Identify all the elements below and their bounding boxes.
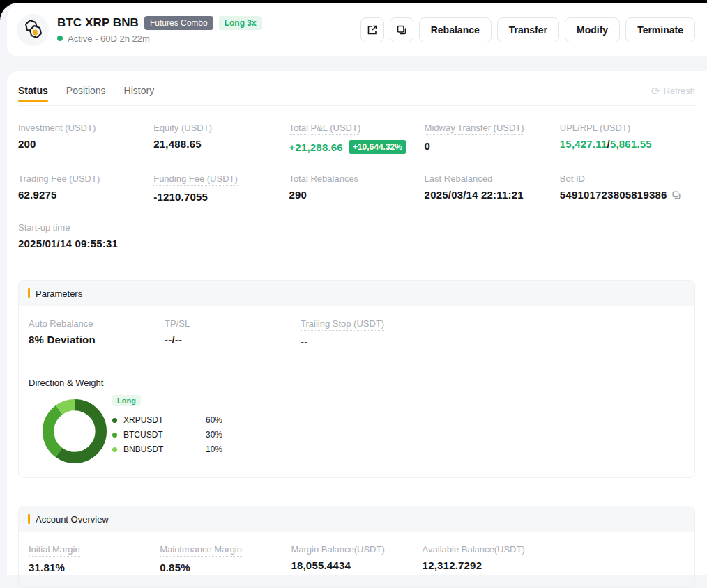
- bot-status: Active - 60D 2h 22m: [57, 33, 262, 44]
- section-accent-bar: [28, 514, 30, 524]
- stat-midway-transfer: Midway Transfer (USDT) 0: [425, 123, 560, 154]
- stat-label: Start-up time: [18, 222, 70, 233]
- legend-side-badge: Long: [112, 395, 141, 406]
- parameters-grid: Auto Rebalance 8% Deviation TP/SL --/-- …: [19, 306, 694, 362]
- stat-label-tooltip: Funding Fee (USDT): [153, 173, 238, 186]
- stat-total-rebalances: Total Rebalances 290: [289, 173, 424, 203]
- stat-value: 2025/01/14 09:55:31: [18, 238, 153, 249]
- bot-title: BTC XRP BNB: [57, 16, 139, 30]
- bot-id-value: 549101723805819386: [560, 189, 667, 201]
- stat-bot-id: Bot ID 549101723805819386: [560, 173, 695, 203]
- pnl-percent-badge: +10,644.32%: [349, 140, 406, 154]
- stat-total-pnl: Total P&L (USDT) +21,288.66 +10,644.32%: [289, 123, 424, 154]
- account-label-tooltip: Initial Margin: [29, 544, 80, 557]
- stat-equity: Equity (USDT) 21,488.65: [153, 123, 289, 154]
- bot-detail-page: ฿ BTC XRP BNB Futures Combo Long 3x Acti…: [0, 3, 707, 588]
- account-available-balance: Available Balance(USDT) 12,312.7292: [423, 544, 554, 573]
- modify-button[interactable]: Modify: [565, 17, 620, 42]
- tab-positions[interactable]: Positions: [66, 85, 106, 103]
- stat-startup-time: Start-up time 2025/01/14 09:55:31: [18, 222, 153, 249]
- terminate-button[interactable]: Terminate: [625, 17, 695, 42]
- stat-upl-rpl: UPL/RPL (USDT) 15,427.11/5,861.55: [560, 123, 695, 154]
- stat-value: 62.9275: [18, 189, 153, 201]
- refresh-icon: ⟳: [651, 86, 660, 96]
- legend-percent: 10%: [206, 444, 222, 454]
- account-value: 0.85%: [160, 562, 291, 573]
- account-overview-grid: Initial Margin 31.81% Maintenance Margin…: [19, 532, 694, 587]
- legend-row-btcusdt: BTCUSDT30%: [112, 430, 222, 440]
- legend-row-xrpusdt: XRPUSDT60%: [112, 415, 222, 425]
- param-label: TP/SL: [165, 318, 190, 329]
- stat-label: Last Rebalanced: [425, 173, 493, 184]
- account-maintenance-margin: Maintenance Margin 0.85%: [160, 544, 291, 573]
- svg-text:฿: ฿: [33, 28, 38, 37]
- tab-history[interactable]: History: [124, 85, 155, 103]
- param-value: --/--: [165, 334, 301, 346]
- stat-label: Total Rebalances: [289, 173, 358, 184]
- param-trailing-stop: Trailing Stop (USDT) --: [301, 318, 685, 348]
- stat-value: 290: [289, 189, 424, 201]
- bot-type-badge: Futures Combo: [144, 16, 213, 30]
- transfer-button[interactable]: Transfer: [497, 17, 559, 42]
- bot-identity: ฿ BTC XRP BNB Futures Combo Long 3x Acti…: [17, 14, 262, 46]
- legend-row-bnbusdt: BNBUSDT10%: [112, 444, 222, 454]
- bot-header: ฿ BTC XRP BNB Futures Combo Long 3x Acti…: [7, 3, 707, 56]
- stat-label: Bot ID: [560, 173, 585, 184]
- account-value: 18,055.4434: [291, 559, 422, 571]
- account-overview-section: Account Overview Initial Margin 31.81% M…: [18, 506, 695, 588]
- stat-value: 200: [18, 138, 153, 150]
- pnl-value: +21,288.66: [289, 141, 343, 153]
- param-value: 8% Deviation: [29, 334, 165, 346]
- parameters-section-header: Parameters: [19, 281, 694, 306]
- status-text: Active - 60D 2h 22m: [68, 33, 150, 44]
- bot-logo: ฿: [17, 14, 49, 46]
- param-tp-sl: TP/SL --/--: [165, 318, 301, 348]
- param-value: --: [301, 336, 685, 348]
- stat-trading-fee: Trading Fee (USDT) 62.9275: [18, 173, 153, 203]
- futures-combo-logo-icon: ฿: [21, 18, 45, 42]
- account-overview-header: Account Overview: [19, 506, 694, 532]
- legend-dot-icon: [112, 418, 117, 423]
- legend-symbol: XRPUSDT: [123, 415, 206, 425]
- tab-status[interactable]: Status: [18, 85, 48, 103]
- section-accent-bar: [28, 288, 30, 298]
- legend-percent: 60%: [206, 415, 222, 425]
- direction-weight-donut: [43, 399, 107, 463]
- direction-weight-legend-rows: XRPUSDT60%BTCUSDT30%BNBUSDT10%: [112, 415, 222, 454]
- share-button[interactable]: [360, 17, 384, 42]
- legend-percent: 30%: [206, 430, 222, 440]
- direction-weight-block: Direction & Weight Long XRPUSDT60%BTCUSD…: [19, 362, 694, 477]
- parameters-section-title: Parameters: [36, 288, 82, 299]
- legend-dot-icon: [112, 447, 117, 452]
- tabs: Status Positions History: [18, 85, 154, 103]
- copy-bot-button[interactable]: [390, 17, 413, 42]
- status-stats-grid: Investment (USDT) 200 Equity (USDT) 21,4…: [18, 123, 695, 249]
- tabs-row: Status Positions History ⟳ Refresh: [18, 71, 695, 106]
- bot-title-block: BTC XRP BNB Futures Combo Long 3x Active…: [57, 16, 262, 44]
- stat-label: Trading Fee (USDT): [18, 173, 100, 184]
- bot-detail-card: Status Positions History ⟳ Refresh Inves…: [7, 71, 707, 575]
- account-label: Margin Balance(USDT): [291, 544, 384, 555]
- refresh-button[interactable]: ⟳ Refresh: [651, 86, 695, 96]
- stat-investment: Investment (USDT) 200: [18, 123, 153, 154]
- stat-label: UPL/RPL (USDT): [560, 123, 630, 133]
- param-label: Auto Rebalance: [29, 318, 93, 329]
- account-label-tooltip: Maintenance Margin: [160, 544, 242, 557]
- stat-label-tooltip: Total P&L (USDT): [289, 123, 360, 135]
- rebalance-button[interactable]: Rebalance: [419, 17, 492, 42]
- account-initial-margin: Initial Margin 31.81%: [29, 544, 160, 573]
- stat-label: Equity (USDT): [153, 123, 212, 133]
- legend-symbol: BTCUSDT: [123, 430, 206, 440]
- rpl-value: 5,861.55: [610, 138, 652, 150]
- legend-dot-icon: [112, 433, 117, 438]
- direction-weight-chart: [43, 399, 107, 463]
- stat-value: 0: [425, 140, 560, 152]
- legend-symbol: BNBUSDT: [123, 444, 206, 454]
- bot-side-leverage-badge: Long 3x: [219, 16, 262, 30]
- copy-bot-id-icon[interactable]: [671, 190, 681, 200]
- param-auto-rebalance: Auto Rebalance 8% Deviation: [29, 318, 165, 348]
- stat-value: 21,488.65: [153, 138, 289, 150]
- stat-label-tooltip: Midway Transfer (USDT): [425, 123, 524, 135]
- param-label-tooltip: Trailing Stop (USDT): [301, 318, 384, 331]
- stat-value: 2025/03/14 22:11:21: [425, 189, 560, 201]
